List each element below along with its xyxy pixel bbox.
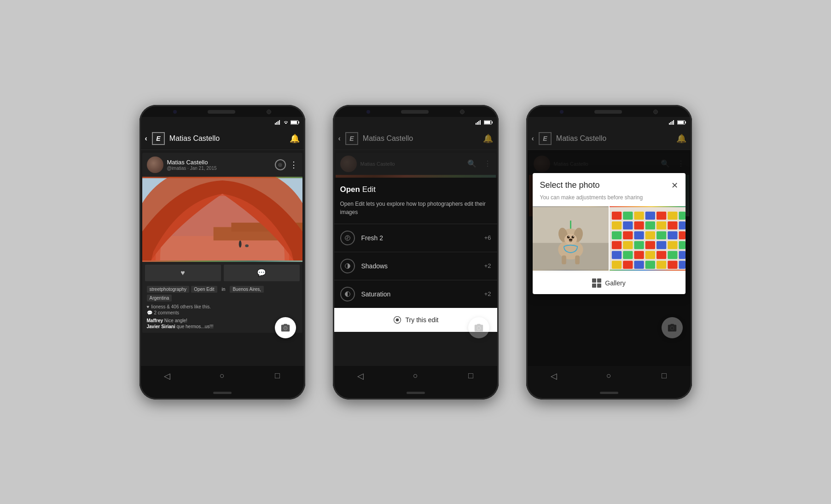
back-nav-3[interactable]: ◁ xyxy=(545,367,563,385)
svg-rect-51 xyxy=(611,211,621,219)
proximity-sensor-2 xyxy=(366,110,370,114)
dog-photo-svg xyxy=(533,206,609,271)
svg-rect-69 xyxy=(656,231,666,239)
earpiece-speaker-2 xyxy=(401,110,429,114)
edit-item-value-fresh2: +6 xyxy=(484,234,491,241)
search-icon-2: 🔍 xyxy=(467,159,477,168)
phones-container: ‹ E Matias Castello 🔔 Matias Castello xyxy=(139,105,692,400)
svg-rect-15 xyxy=(476,123,477,125)
svg-point-44 xyxy=(571,236,574,238)
svg-rect-72 xyxy=(611,241,621,249)
edit-item-name-fresh2: Fresh 2 xyxy=(361,234,484,242)
gallery-cell-4 xyxy=(597,284,601,288)
svg-rect-5 xyxy=(291,121,297,124)
front-camera-2 xyxy=(460,110,465,114)
bottom-nav-3: ◁ ○ □ xyxy=(526,366,692,388)
chairs-photo-svg xyxy=(610,206,686,271)
notification-icon-1[interactable]: 🔔 xyxy=(290,133,300,144)
app-bar-title-1: Matias Castello xyxy=(169,134,285,143)
try-edit-label: Try this edit xyxy=(406,316,439,324)
back-nav-1[interactable]: ◁ xyxy=(158,367,176,385)
tag-open-edit[interactable]: Open Edit xyxy=(191,286,217,293)
dialog-title: Select the photo xyxy=(540,180,671,190)
app-logo-2: E xyxy=(345,132,358,145)
svg-rect-18 xyxy=(480,120,481,125)
home-nav-2[interactable]: ○ xyxy=(407,367,425,385)
app-bar-3: ‹ E Matias Castello 🔔 xyxy=(526,128,692,150)
comment-icon-small: 💬 xyxy=(147,310,152,315)
back-arrow-icon-1[interactable]: ‹ xyxy=(145,134,147,143)
back-arrow-icon-2: ‹ xyxy=(338,134,341,143)
more-icon-2-sm: ⋮ xyxy=(484,159,491,168)
saturation-icon xyxy=(340,287,355,301)
edit-item-saturation[interactable]: Saturation +2 xyxy=(333,280,499,308)
svg-rect-66 xyxy=(623,231,633,239)
open-edit-normal: Edit xyxy=(360,185,376,194)
gallery-button[interactable]: Gallery xyxy=(533,272,686,294)
tag-argentina[interactable]: Argentina xyxy=(147,295,172,301)
svg-rect-6 xyxy=(298,122,299,123)
phone-1: ‹ E Matias Castello 🔔 Matias Castello xyxy=(139,105,305,400)
bottom-nav-1: ◁ ○ □ xyxy=(139,366,305,388)
svg-point-26 xyxy=(395,318,399,321)
phone-3: ‹ E Matias Castello 🔔 Matias Castello 🔍 … xyxy=(526,105,692,400)
dialog-header: Select the photo ✕ xyxy=(533,173,686,194)
back-arrow-icon-3: ‹ xyxy=(532,134,534,143)
fresh2-icon xyxy=(340,231,355,245)
signal-icon-3 xyxy=(669,120,675,125)
svg-rect-2 xyxy=(278,121,279,125)
dialog-close-button[interactable]: ✕ xyxy=(671,180,678,191)
recents-nav-1[interactable]: □ xyxy=(268,367,287,385)
phone-3-content: Matias Castello 🔍 ⋮ st... A... xyxy=(526,150,692,366)
shadows-svg xyxy=(344,262,351,270)
tag-streetphotography[interactable]: streetphotography xyxy=(147,286,190,293)
phone-2: ‹ E Matias Castello 🔔 Matias Castello 🔍 … xyxy=(333,105,499,400)
follow-icon-1[interactable]: ◎ xyxy=(275,159,286,170)
edit-item-fresh2[interactable]: Fresh 2 +6 xyxy=(333,224,499,252)
dialog-photo-chairs[interactable] xyxy=(610,206,686,271)
svg-rect-57 xyxy=(679,211,686,219)
svg-point-12 xyxy=(245,244,249,247)
svg-rect-81 xyxy=(634,251,644,259)
tag-buenos-aires[interactable]: Buenos Aires, xyxy=(230,286,264,293)
status-bar-2 xyxy=(333,117,499,128)
camera-icon-1 xyxy=(280,323,291,333)
svg-rect-16 xyxy=(477,122,478,125)
more-icon-1[interactable]: ⋮ xyxy=(290,160,298,170)
svg-point-22 xyxy=(345,235,350,240)
svg-point-45 xyxy=(568,236,569,237)
svg-rect-61 xyxy=(645,221,655,229)
svg-rect-67 xyxy=(634,231,644,239)
svg-rect-70 xyxy=(668,231,677,239)
open-edit-description: Open Edit lets you explore how top photo… xyxy=(333,200,499,224)
svg-rect-75 xyxy=(645,241,655,249)
comment-button-1[interactable]: 💬 xyxy=(224,265,300,281)
dialog-photo-dog[interactable] xyxy=(533,206,609,271)
gallery-cell-2 xyxy=(597,278,601,283)
post-tags-row2: Argentina xyxy=(142,295,302,303)
gallery-label: Gallery xyxy=(605,279,625,287)
svg-rect-77 xyxy=(668,241,677,249)
back-nav-2[interactable]: ◁ xyxy=(351,367,370,385)
status-icons-2 xyxy=(476,120,493,125)
svg-rect-89 xyxy=(645,261,655,268)
edit-item-shadows[interactable]: Shadows +2 xyxy=(333,252,499,280)
svg-rect-20 xyxy=(484,121,490,124)
svg-rect-28 xyxy=(669,123,670,125)
camera-fab-1[interactable] xyxy=(275,317,296,338)
dialog-description: You can make adjustments before sharing xyxy=(533,194,686,206)
open-edit-bold: Open xyxy=(340,185,360,194)
bottom-nav-2: ◁ ○ □ xyxy=(333,366,499,388)
home-nav-3[interactable]: ○ xyxy=(600,367,618,385)
gallery-grid-icon xyxy=(592,278,601,288)
svg-rect-0 xyxy=(275,123,276,125)
svg-point-14 xyxy=(284,327,286,329)
svg-rect-3 xyxy=(279,120,280,125)
post-username-1: Matias Castello xyxy=(167,159,271,166)
home-nav-1[interactable]: ○ xyxy=(213,367,232,385)
like-button-1[interactable]: ♥ xyxy=(145,265,221,281)
notification-icon-3: 🔔 xyxy=(676,133,686,144)
recents-nav-2[interactable]: □ xyxy=(462,367,480,385)
recents-nav-3[interactable]: □ xyxy=(655,367,674,385)
svg-rect-85 xyxy=(679,251,686,259)
